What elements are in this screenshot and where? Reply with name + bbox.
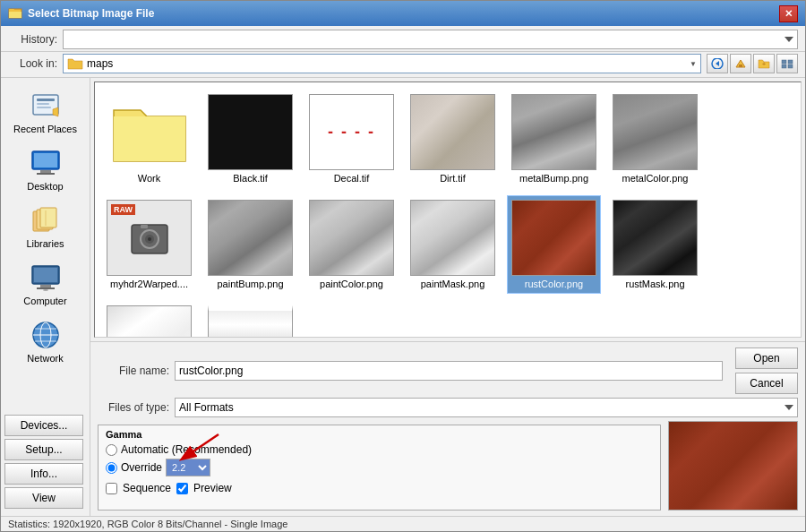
override-radio[interactable] <box>106 462 117 474</box>
window-icon <box>8 6 22 21</box>
sidebar-item-computer-label: Computer <box>23 296 66 306</box>
svg-rect-24 <box>40 285 51 287</box>
left-panel: Recent Places Desktop <box>1 78 90 516</box>
sidebar-item-network-label: Network <box>27 353 63 364</box>
file-thumb-metalbump <box>511 94 596 170</box>
file-label-dirt: Dirt.tif <box>440 173 466 184</box>
file-item-work[interactable]: Work <box>102 90 196 188</box>
lookin-dropdown-arrow: ▼ <box>690 60 697 68</box>
history-combo[interactable] <box>63 30 798 49</box>
filetype-row: Files of type: All Formats <box>98 398 798 417</box>
nav-up-button[interactable] <box>730 54 751 73</box>
info-button[interactable]: Info... <box>4 463 83 485</box>
title-bar: Select Bitmap Image File ✕ <box>1 1 805 26</box>
svg-rect-16 <box>40 170 51 173</box>
file-item-metalcolor[interactable]: metalColor.png <box>608 90 702 188</box>
sidebar-item-computer[interactable]: Computer <box>5 257 86 311</box>
preview-checkbox[interactable] <box>176 483 188 494</box>
computer-icon <box>30 262 62 294</box>
svg-rect-20 <box>40 208 56 227</box>
file-thumb-rustmask <box>613 200 698 276</box>
main-content: Recent Places Desktop <box>1 78 805 516</box>
svg-rect-12 <box>37 103 49 105</box>
sidebar-item-network[interactable]: Network <box>5 314 86 368</box>
svg-rect-8 <box>782 64 786 68</box>
filetype-combo[interactable]: All Formats <box>175 398 798 417</box>
file-thumb-paintcolor <box>309 200 394 276</box>
history-label: History: <box>8 33 57 46</box>
file-label-paintcolor: paintColor.png <box>320 279 383 289</box>
devices-button[interactable]: Devices... <box>4 415 83 436</box>
svg-point-26 <box>43 289 48 291</box>
raw-badge: RAW <box>111 204 135 215</box>
decal-dashes: - - - - <box>328 123 375 142</box>
svg-rect-25 <box>37 287 55 289</box>
filetype-label: Files of type: <box>98 401 169 414</box>
filename-label: File name: <box>98 365 169 377</box>
close-button[interactable]: ✕ <box>779 5 798 22</box>
nav-view-button[interactable] <box>776 54 798 73</box>
svg-rect-4 <box>739 64 742 67</box>
sequence-checkbox[interactable] <box>106 483 117 494</box>
nav-newfolder-button[interactable]: + <box>753 54 775 73</box>
file-label-metalbump: metalBump.png <box>519 173 588 184</box>
sequence-preview-row: Sequence Preview <box>106 482 653 494</box>
file-item-white[interactable]: White.tif <box>102 301 196 338</box>
svg-rect-1 <box>9 12 21 18</box>
lookin-value: maps <box>87 57 113 70</box>
file-item-wornmask[interactable]: wornMask.png <box>203 301 297 338</box>
file-thumb-metalcolor <box>613 94 698 170</box>
view-button[interactable]: View <box>4 487 83 509</box>
file-label-metalcolor: metalColor.png <box>622 173 689 184</box>
file-item-paintcolor[interactable]: paintColor.png <box>304 195 399 294</box>
sidebar-item-libraries[interactable]: Libraries <box>5 200 86 253</box>
file-item-metalbump[interactable]: metalBump.png <box>507 90 601 188</box>
file-item-paintbump[interactable]: paintBump.png <box>203 195 297 294</box>
file-thumb-paintmask <box>410 200 495 276</box>
svg-rect-2 <box>9 9 14 12</box>
sidebar-item-desktop-label: Desktop <box>27 181 63 192</box>
file-label-work: Work <box>138 173 160 184</box>
nav-back-button[interactable] <box>707 54 728 73</box>
network-icon <box>30 319 62 351</box>
file-item-myhdr2[interactable]: RAW myhdr2Warped.... <box>102 195 196 294</box>
folder-icon-lookin <box>67 56 83 71</box>
filename-input[interactable] <box>175 361 723 381</box>
automatic-radio[interactable] <box>106 444 117 456</box>
svg-rect-6 <box>782 60 786 64</box>
nav-buttons: + <box>707 54 798 73</box>
file-label-paintbump: paintBump.png <box>218 279 284 289</box>
file-item-rustmask[interactable]: rustMask.png <box>608 195 702 294</box>
device-buttons-area: Devices... Setup... Info... View <box>4 408 86 509</box>
file-label-rustmask: rustMask.png <box>625 279 684 289</box>
preview-thumbnail <box>668 421 798 511</box>
file-label-decal: Decal.tif <box>334 173 370 184</box>
svg-rect-7 <box>788 60 793 64</box>
cancel-button[interactable]: Cancel <box>735 373 798 394</box>
history-row: History: <box>8 30 798 49</box>
file-thumb-wornmask <box>208 305 293 338</box>
file-item-paintmask[interactable]: paintMask.png <box>406 195 500 294</box>
window-title: Select Bitmap Image File <box>28 7 154 20</box>
sidebar-item-desktop[interactable]: Desktop <box>5 142 86 196</box>
file-item-black[interactable]: Black.tif <box>203 90 297 188</box>
recent-icon <box>30 90 62 122</box>
file-thumb-work <box>107 94 192 170</box>
file-thumb-black <box>208 94 293 170</box>
file-item-rustcolor[interactable]: rustColor.png <box>507 195 601 294</box>
open-button[interactable]: Open <box>735 348 798 369</box>
svg-rect-23 <box>34 268 57 282</box>
lookin-combo[interactable]: maps ▼ <box>63 54 701 73</box>
setup-button[interactable]: Setup... <box>4 439 83 460</box>
title-buttons: ✕ <box>779 5 798 22</box>
status-bar: Statistics: 1920x1920, RGB Color 8 Bits/… <box>1 516 805 531</box>
svg-line-37 <box>183 434 219 459</box>
file-item-dirt[interactable]: Dirt.tif <box>406 90 500 188</box>
sidebar-item-recent[interactable]: Recent Places <box>5 85 86 139</box>
svg-rect-15 <box>34 153 57 167</box>
sidebar-item-recent-label: Recent Places <box>13 124 77 134</box>
file-item-decal[interactable]: - - - - Decal.tif <box>304 90 399 188</box>
file-label-black: Black.tif <box>233 173 268 184</box>
file-thumb-dirt <box>410 94 495 170</box>
svg-rect-11 <box>37 99 55 101</box>
